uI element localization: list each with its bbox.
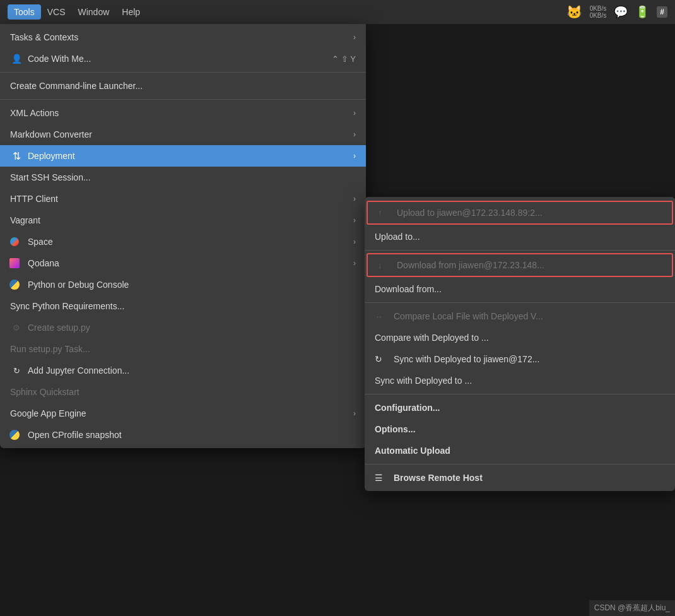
menu-item-space[interactable]: Space ›	[0, 231, 366, 252]
chevron-right-icon-5: ›	[353, 194, 356, 203]
submenu-item-compare-deployed[interactable]: Compare with Deployed to ...	[365, 327, 675, 348]
menu-tools[interactable]: Tools	[8, 4, 41, 20]
menu-item-code-with-me-label: Code With Me...	[28, 54, 319, 64]
watermark-text: CSDN @香蕉超人biu_	[594, 603, 670, 612]
menu-item-vagrant[interactable]: Vagrant ›	[0, 210, 366, 231]
submenu-item-options[interactable]: Options...	[365, 418, 675, 440]
menu-item-tasks-contexts[interactable]: Tasks & Contexts ›	[0, 27, 366, 48]
person-icon: 👤	[10, 54, 23, 64]
menu-item-create-setup-label: Create setup.py	[28, 323, 356, 333]
menu-vcs[interactable]: VCS	[41, 4, 72, 20]
submenu-separator-4	[365, 464, 675, 465]
qodana-app-icon	[10, 258, 23, 268]
title-bar: Tools VCS Window Help 🐱 0KB/s 0KB/s 💬 🔋 …	[0, 0, 675, 24]
chevron-right-icon-6: ›	[353, 216, 356, 225]
upload-icon: ↑	[378, 208, 392, 218]
menu-item-deployment[interactable]: ⇅ Deployment ›	[0, 145, 366, 167]
wechat-icon: 💬	[614, 5, 628, 19]
menu-item-sync-requirements-label: Sync Python Requirements...	[10, 301, 356, 311]
chevron-right-icon: ›	[353, 33, 356, 42]
submenu-separator-1	[365, 250, 675, 251]
submenu-item-upload-specific: ↑ Upload to jiawen@172.23.148.89:2...	[368, 202, 672, 223]
menu-item-qodana-label: Qodana	[28, 258, 353, 268]
menu-item-python-debug-label: Python or Debug Console	[28, 280, 356, 290]
menu-item-http-client[interactable]: HTTP Client ›	[0, 188, 366, 210]
deployment-submenu: ↑ Upload to jiawen@172.23.148.89:2... Up…	[365, 197, 675, 491]
submenu-item-upload-to-label: Upload to...	[375, 232, 665, 242]
menu-item-run-setup: Run setup.py Task...	[0, 338, 366, 360]
menu-item-cprofile-label: Open CProfile snapshot	[28, 430, 356, 440]
submenu-item-configuration[interactable]: Configuration...	[365, 397, 675, 418]
python-icon	[10, 280, 23, 290]
tools-menu: Tasks & Contexts › 👤 Code With Me... ⌃ ⇧…	[0, 24, 366, 448]
browse-icon: ☰	[375, 473, 389, 483]
menu-bar: Tools VCS Window Help	[8, 4, 146, 20]
input-method-icon: #	[657, 6, 667, 18]
menu-item-cprofile[interactable]: Open CProfile snapshot	[0, 424, 366, 446]
chevron-right-icon-4: ›	[353, 151, 356, 160]
submenu-item-upload-specific-label: Upload to jiawen@172.23.148.89:2...	[397, 208, 662, 218]
separator-2	[0, 99, 366, 100]
menu-item-sphinx-label: Sphinx Quickstart	[10, 387, 356, 397]
network-info: 0KB/s 0KB/s	[590, 5, 607, 19]
submenu-item-automatic-upload-label: Automatic Upload	[375, 446, 665, 456]
chevron-right-icon-9: ›	[353, 409, 356, 418]
submenu-item-automatic-upload[interactable]: Automatic Upload	[365, 440, 675, 461]
submenu-item-sync-deployed[interactable]: Sync with Deployed to ...	[365, 370, 675, 391]
create-setup-icon: ⚙	[10, 323, 23, 333]
menu-item-create-launcher[interactable]: Create Command-line Launcher...	[0, 75, 366, 97]
submenu-item-compare-local-label: Compare Local File with Deployed V...	[394, 311, 665, 321]
separator-1	[0, 72, 366, 73]
menu-item-code-with-me[interactable]: 👤 Code With Me... ⌃ ⇧ Y	[0, 48, 366, 69]
menu-item-create-setup: ⚙ Create setup.py	[0, 317, 366, 338]
submenu-item-options-label: Options...	[375, 424, 665, 434]
submenu-item-download-specific-label: Download from jiawen@172.23.148...	[397, 260, 662, 270]
submenu-item-compare-local: ↔ Compare Local File with Deployed V...	[365, 305, 675, 327]
submenu-item-sync-specific[interactable]: ↻ Sync with Deployed to jiawen@172...	[365, 348, 675, 370]
upload-speed: 0KB/s	[590, 5, 607, 12]
menu-window[interactable]: Window	[71, 4, 115, 20]
submenu-item-download-from-label: Download from...	[375, 284, 665, 294]
deployment-icon: ⇅	[10, 150, 23, 162]
chevron-right-icon-8: ›	[353, 259, 356, 268]
chevron-right-icon-3: ›	[353, 130, 356, 139]
submenu-item-browse-remote-host-label: Browse Remote Host	[394, 473, 665, 483]
watermark: CSDN @香蕉超人biu_	[589, 600, 675, 616]
battery-icon: 🔋	[635, 5, 649, 19]
download-icon: ↓	[378, 260, 392, 270]
menu-item-google-app-engine[interactable]: Google App Engine ›	[0, 403, 366, 424]
submenu-item-sync-deployed-label: Sync with Deployed to ...	[375, 376, 665, 386]
sync-icon: ↻	[375, 354, 389, 364]
tabnine-icon: 🐱	[566, 4, 582, 20]
menu-item-python-debug[interactable]: Python or Debug Console	[0, 274, 366, 295]
menu-item-markdown-converter[interactable]: Markdown Converter ›	[0, 124, 366, 145]
menu-item-sphinx: Sphinx Quickstart	[0, 381, 366, 403]
menu-help[interactable]: Help	[115, 4, 146, 20]
submenu-item-browse-remote-host[interactable]: ☰ Browse Remote Host	[365, 467, 675, 489]
menu-item-deployment-label: Deployment	[28, 151, 353, 161]
chevron-right-icon-2: ›	[353, 109, 356, 117]
submenu-item-download-specific: ↓ Download from jiawen@172.23.148...	[368, 254, 672, 276]
menu-item-run-setup-label: Run setup.py Task...	[10, 344, 356, 354]
title-bar-right: 🐱 0KB/s 0KB/s 💬 🔋 #	[566, 4, 667, 20]
menu-item-google-app-engine-label: Google App Engine	[10, 408, 353, 418]
menu-item-vagrant-label: Vagrant	[10, 215, 353, 225]
submenu-item-compare-deployed-label: Compare with Deployed to ...	[375, 333, 665, 343]
menu-item-space-label: Space	[28, 237, 353, 247]
menu-item-add-jupyter[interactable]: ↻ Add Jupyter Connection...	[0, 360, 366, 381]
compare-icon: ↔	[375, 312, 389, 321]
menu-item-start-ssh[interactable]: Start SSH Session...	[0, 167, 366, 188]
menu-item-xml-actions-label: XML Actions	[10, 108, 353, 118]
menu-item-sync-requirements[interactable]: Sync Python Requirements...	[0, 295, 366, 317]
cprofile-icon	[10, 430, 23, 440]
chevron-right-icon-7: ›	[353, 237, 356, 246]
menu-item-tasks-contexts-label: Tasks & Contexts	[10, 32, 353, 42]
submenu-item-upload-to[interactable]: Upload to...	[365, 226, 675, 247]
submenu-item-download-from[interactable]: Download from...	[365, 278, 675, 300]
menu-item-markdown-converter-label: Markdown Converter	[10, 129, 353, 139]
menu-item-qodana[interactable]: Qodana ›	[0, 252, 366, 274]
menu-item-create-launcher-label: Create Command-line Launcher...	[10, 81, 356, 91]
menu-item-add-jupyter-label: Add Jupyter Connection...	[28, 365, 356, 376]
menu-item-xml-actions[interactable]: XML Actions ›	[0, 102, 366, 124]
menu-item-http-client-label: HTTP Client	[10, 194, 353, 204]
